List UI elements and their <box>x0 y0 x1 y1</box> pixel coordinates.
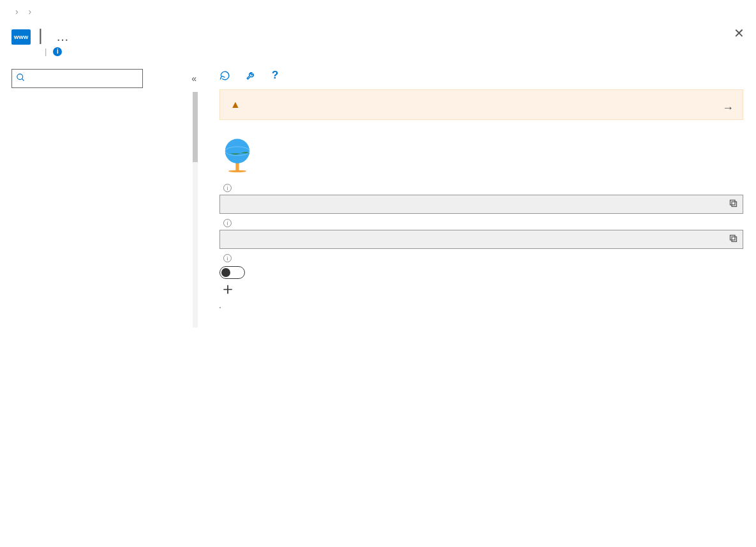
svg-rect-8 <box>732 237 737 242</box>
sidebar-search-input[interactable] <box>11 69 143 88</box>
svg-rect-6 <box>732 202 737 207</box>
chevron-right-icon: › <box>15 6 19 17</box>
sidebar: « <box>11 65 196 327</box>
warning-icon: ▲ <box>230 99 241 110</box>
faqs-button[interactable]: ? <box>272 69 282 82</box>
search-icon <box>16 73 26 82</box>
toolbar: ? <box>219 69 743 89</box>
svg-line-1 <box>22 79 24 80</box>
ip-address-field[interactable] <box>219 195 743 214</box>
app-service-icon: WWW <box>11 29 31 45</box>
custom-domains-table <box>219 317 743 327</box>
copy-icon[interactable] <box>729 234 738 243</box>
close-icon[interactable]: ✕ <box>734 26 745 41</box>
sidebar-scrollbar[interactable] <box>193 92 198 327</box>
chevron-right-icon: › <box>29 6 32 17</box>
globe-icon <box>219 137 255 172</box>
info-icon: i <box>53 47 62 56</box>
svg-point-0 <box>17 74 23 80</box>
plus-icon: ＋ <box>219 285 236 292</box>
svg-rect-7 <box>730 200 736 206</box>
refresh-button[interactable] <box>219 70 234 81</box>
breadcrumb: › › <box>0 0 756 23</box>
status-filter-pills <box>219 307 221 308</box>
warning-banner: ▲ → <box>219 89 743 120</box>
verification-id-field[interactable] <box>219 230 743 249</box>
col-ssl-state[interactable] <box>236 317 397 327</box>
info-icon[interactable]: i <box>223 184 232 192</box>
copy-icon[interactable] <box>729 199 738 208</box>
col-ssl-binding[interactable] <box>557 317 718 327</box>
https-only-toggle[interactable] <box>219 266 245 279</box>
refresh-icon <box>219 70 230 81</box>
info-icon[interactable]: i <box>223 254 232 262</box>
page-header: WWW | … | i ✕ <box>0 23 756 65</box>
arrow-right-icon[interactable]: → <box>722 101 734 115</box>
svg-rect-3 <box>235 162 239 171</box>
troubleshoot-button[interactable] <box>246 70 260 81</box>
collapse-sidebar-icon[interactable]: « <box>191 73 196 84</box>
question-icon: ? <box>272 69 278 82</box>
svg-rect-9 <box>730 236 736 241</box>
more-menu-icon[interactable]: … <box>56 29 70 43</box>
add-custom-domain-button[interactable]: ＋ <box>219 285 743 292</box>
main-panel: ? ▲ → i i <box>196 65 750 327</box>
info-icon[interactable]: i <box>223 219 232 227</box>
svg-point-4 <box>225 139 250 164</box>
col-domain[interactable] <box>397 317 558 327</box>
wrench-icon <box>246 70 256 81</box>
